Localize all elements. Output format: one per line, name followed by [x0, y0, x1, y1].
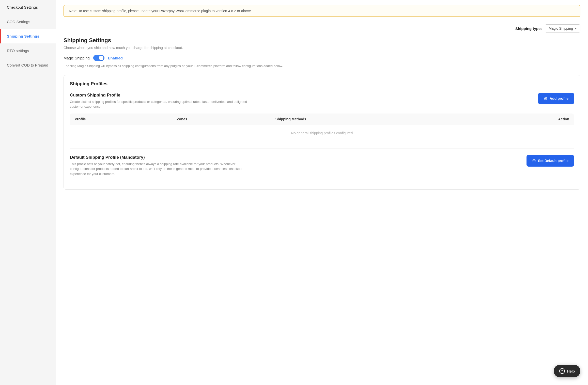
magic-shipping-label: Magic Shipping: [64, 56, 90, 60]
set-default-profile-label: Set Default profile: [538, 159, 568, 163]
col-shipping-methods: Shipping Methods: [271, 113, 472, 125]
notice-text: Note: To use custom shipping profile, pl…: [69, 9, 252, 13]
add-profile-button[interactable]: ⊕ Add profile: [538, 93, 574, 104]
custom-profile-section: Custom Shipping Profile Create distinct …: [70, 93, 574, 141]
magic-shipping-description: Enabling Magic Shipping will bypass all …: [64, 63, 580, 69]
plus-circle-icon-default: ⊕: [532, 158, 536, 164]
shipping-type-dropdown[interactable]: Magic Shipping ▾: [545, 24, 580, 33]
custom-profile-info: Custom Shipping Profile Create distinct …: [70, 93, 253, 109]
notice-banner: Note: To use custom shipping profile, pl…: [64, 5, 580, 17]
shipping-type-label: Shipping type:: [515, 26, 542, 31]
sidebar-item-shipping-settings[interactable]: Shipping Settings: [0, 29, 56, 43]
page-subtitle: Choose where you ship and how much you c…: [64, 46, 580, 50]
toggle-thumb: [99, 56, 103, 60]
shipping-type-row: Shipping type: Magic Shipping ▾: [64, 24, 580, 33]
default-profile-name: Default Shipping Profile (Mandatory): [70, 155, 253, 160]
default-profile-info: Default Shipping Profile (Mandatory) Thi…: [70, 155, 253, 177]
custom-profile-desc: Create distinct shipping profiles for sp…: [70, 99, 253, 109]
magic-shipping-toggle[interactable]: [93, 55, 104, 61]
table-body: No general shipping profiles configured: [70, 125, 574, 141]
sidebar-item-rto-settings[interactable]: RTO settings: [0, 43, 56, 58]
col-action: Action: [472, 113, 574, 125]
profiles-card: Shipping Profiles Custom Shipping Profil…: [64, 75, 580, 190]
magic-shipping-status: Enabled: [108, 56, 123, 60]
sidebar-item-checkout-settings[interactable]: Checkout Settings: [0, 0, 56, 14]
sidebar-item-cod-settings[interactable]: COD Settings: [0, 14, 56, 29]
custom-profile-name: Custom Shipping Profile: [70, 93, 253, 98]
col-zones: Zones: [172, 113, 271, 125]
sidebar-label-shipping-settings: Shipping Settings: [7, 34, 39, 38]
divider: [70, 149, 574, 149]
table-empty-message: No general shipping profiles configured: [70, 125, 574, 141]
add-profile-label: Add profile: [550, 97, 568, 101]
sidebar-item-convert-cod[interactable]: Convert COD to Prepaid: [0, 58, 56, 72]
profiles-card-title: Shipping Profiles: [70, 81, 574, 87]
profiles-table: Profile Zones Shipping Methods Action No…: [70, 113, 574, 141]
default-profile-header: Default Shipping Profile (Mandatory) Thi…: [70, 155, 574, 177]
chevron-down-icon: ▾: [575, 27, 577, 30]
sidebar-label-rto-settings: RTO settings: [7, 49, 29, 53]
table-header: Profile Zones Shipping Methods Action: [70, 113, 574, 125]
main-content: Note: To use custom shipping profile, pl…: [56, 0, 588, 385]
sidebar: Checkout Settings COD Settings Shipping …: [0, 0, 56, 385]
help-fab[interactable]: ? Help: [554, 365, 580, 377]
sidebar-label-convert-cod: Convert COD to Prepaid: [7, 63, 48, 67]
set-default-profile-button[interactable]: ⊕ Set Default profile: [527, 155, 574, 167]
plus-circle-icon: ⊕: [544, 96, 548, 101]
table-header-row: Profile Zones Shipping Methods Action: [70, 113, 574, 125]
default-profile-desc: This profile acts as your safety net, en…: [70, 162, 253, 177]
col-profile: Profile: [70, 113, 172, 125]
default-profile-section: Default Shipping Profile (Mandatory) Thi…: [70, 155, 574, 177]
shipping-type-value: Magic Shipping: [549, 26, 573, 30]
help-label: Help: [567, 369, 575, 373]
custom-profile-header: Custom Shipping Profile Create distinct …: [70, 93, 574, 109]
table-empty-row: No general shipping profiles configured: [70, 125, 574, 141]
help-icon: ?: [559, 368, 565, 374]
magic-shipping-toggle-row: Magic Shipping Enabled: [64, 55, 580, 61]
sidebar-label-checkout-settings: Checkout Settings: [7, 5, 38, 9]
sidebar-label-cod-settings: COD Settings: [7, 20, 30, 24]
page-title: Shipping Settings: [64, 37, 580, 44]
